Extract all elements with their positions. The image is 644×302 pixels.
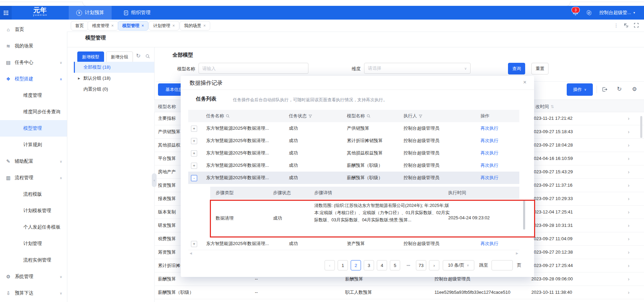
sidebar-item-home[interactable]: ⌂ 首页 [0,21,67,38]
scroll-right-icon[interactable]: ▶ [516,252,518,255]
sidebar-item-my-scenes[interactable]: ≋ 我的场景 [0,38,67,54]
sidebar-item-model-management[interactable]: 模型管理 [0,120,67,137]
row-chevron-icon[interactable]: › [628,138,630,152]
refresh-icon[interactable]: ↻ [617,86,622,92]
tree-node-all-models[interactable]: 全部模型 (18) [74,62,154,73]
sidebar-item-budget-release[interactable]: ⇩ 预算下达 ∨ [0,285,67,301]
search-icon[interactable] [145,54,150,60]
tab-my-scenes[interactable]: 我的场景 × [180,21,210,31]
vertical-scrollbar-thumb[interactable] [640,116,642,138]
tab-model-management[interactable]: 模型管理 × [118,21,148,31]
search-icon[interactable] [226,114,230,118]
user-menu[interactable]: 控制台超级管... ▾ [599,10,635,16]
action-dropdown-button[interactable]: 操作 ∨ [567,83,593,96]
tab-home[interactable]: 首页 [71,21,88,31]
settings-button[interactable] [582,10,596,16]
sidebar-item-task-center[interactable]: ▤ 任务中心 ∨ [0,54,67,71]
filter-icon[interactable] [419,114,422,118]
tree-node-default-group[interactable]: ▶ 默认分组 (18) [74,73,154,84]
tab-dimension-management[interactable]: 维度管理 × [88,21,118,31]
sidebar-item-personal-task-template[interactable]: 个人发起任务模板 [0,219,67,235]
more-icon[interactable]: ⋮ [614,23,619,28]
re-execute-link[interactable]: 再次执行 [481,159,498,172]
fullscreen-icon[interactable] [634,23,639,29]
query-button[interactable]: 查询 [508,63,525,74]
sidebar-item-process-management[interactable]: ▥ 流程管理 ∧ [0,170,67,186]
row-chevron-icon[interactable]: › [628,112,630,125]
pagination-page-2-current[interactable]: 2 [351,260,361,270]
task-row[interactable]: + 东方智慧能源2025年数据清理... 成功 其他损益权益预算 控制台超级管理… [188,147,519,160]
notification-button[interactable]: 3 [568,9,582,16]
nav-app-plan-budget[interactable]: ¥ 计划预算 [69,6,112,20]
restore-window-icon[interactable] [623,23,629,29]
task-row[interactable]: + 东方智慧能源2025年数据清理... 成功 薪酬预算（职级） 控制台超级管理… [188,159,519,172]
modal-close-icon[interactable]: × [523,79,527,86]
search-icon[interactable] [366,114,371,118]
expand-icon[interactable]: + [191,150,197,156]
pagination-page-3[interactable]: 3 [364,260,374,270]
pagination-ellipsis[interactable]: ••• [404,260,413,270]
row-chevron-icon[interactable]: › [628,178,630,192]
row-chevron-icon[interactable]: › [628,192,630,205]
expand-icon[interactable]: + [191,241,197,247]
sidebar-item-dimension-management[interactable]: 维度管理 [0,87,67,104]
export-icon[interactable] [602,86,608,93]
refresh-icon[interactable]: ↻ [136,53,140,59]
row-chevron-icon[interactable]: › [628,125,630,138]
pagination-prev[interactable]: ‹ [325,260,335,270]
task-row[interactable]: + 东方智慧能源2025年数据清理... 成功 产供销预算 控制台超级管理员 再… [188,122,519,135]
re-execute-link[interactable]: 再次执行 [481,135,498,147]
row-chevron-icon[interactable]: › [628,232,630,245]
expand-icon[interactable]: + [191,163,197,169]
re-execute-link[interactable]: 再次执行 [481,237,498,250]
tab-plan-management[interactable]: 计划管理 × [149,21,179,31]
sidebar-item-process-template[interactable]: 流程模版 [0,186,67,202]
pagination-page-5[interactable]: 5 [390,260,400,270]
row-chevron-icon[interactable]: › [628,152,630,165]
app-grid-button[interactable] [0,6,12,20]
sidebar-item-aux-config[interactable]: ✎ 辅助配置 ∨ [0,153,67,170]
pagination-page-73[interactable]: 73 [416,260,426,270]
re-execute-link[interactable]: 再次执行 [481,172,498,184]
table-row[interactable]: 薪酬预算（职级）--职工人数预算11ee529b5a93fb5fb33ec127… [154,286,644,299]
tree-node-builtin-group[interactable]: 内置分组 (0) [74,84,154,95]
row-chevron-icon[interactable]: › [628,219,630,232]
task-row[interactable]: + 东方智慧能源2025年数据清理... 成功 累计折旧摊销预算 控制台超级管理… [188,135,519,147]
panel-collapse-handle[interactable]: ‹ [152,173,157,187]
sort-icon[interactable]: ⇅ [551,104,554,109]
jump-to-input[interactable] [492,260,513,270]
pagination-next[interactable]: › [429,260,439,270]
close-icon[interactable]: × [203,23,206,28]
re-execute-link[interactable]: 再次执行 [481,147,498,159]
expand-icon[interactable]: + [191,138,197,144]
task-row-expanded[interactable]: - 东方智慧能源2025年数据清理... 成功 薪酬预算（职级） 控制台超级管理… [188,172,519,184]
row-chevron-icon[interactable]: › [628,205,630,219]
pagination-page-4[interactable]: 4 [377,260,387,270]
sidebar-item-process-instance-management[interactable]: 流程实例管理 [0,252,67,268]
table-settings-gear-icon[interactable]: ⚙ [632,86,637,92]
page-size-select[interactable]: 10 条/页 ∨ [443,260,474,270]
close-icon[interactable]: × [111,23,114,28]
expand-icon[interactable]: + [191,126,197,132]
close-icon[interactable]: × [172,23,175,28]
sidebar-item-model-building[interactable]: ❖ 模型搭建 ∧ [0,71,67,87]
modal-scrollbar-thumb[interactable] [523,200,525,230]
collapse-icon[interactable]: - [191,175,197,181]
row-chevron-icon[interactable]: › [628,245,630,259]
dimension-select[interactable]: 请选择 ∨ [364,63,471,74]
pagination-page-1[interactable]: 1 [338,260,348,270]
model-name-input[interactable] [199,63,308,74]
sidebar-item-plan-template-management[interactable]: 计划模板管理 [0,202,67,219]
filter-icon[interactable] [308,114,312,118]
sidebar-item-dimension-sync-query[interactable]: 维度同步任务查询 [0,104,67,120]
add-model-button[interactable]: 新增模型 [77,51,104,62]
row-chevron-icon[interactable]: › [628,272,630,286]
reset-button[interactable]: 重置 [531,63,549,74]
add-group-button[interactable]: 新增分组 [106,51,133,62]
scroll-left-icon[interactable]: ◀ [190,252,192,255]
sidebar-item-calc-rules[interactable]: 计算规则 [0,137,67,153]
nav-app-org-management[interactable]: 组织管理 [116,6,158,20]
row-chevron-icon[interactable]: › [628,286,630,299]
caret-right-icon[interactable]: ▶ [78,77,80,80]
sidebar-item-system-management[interactable]: ⚙ 系统管理 ∨ [0,268,67,285]
